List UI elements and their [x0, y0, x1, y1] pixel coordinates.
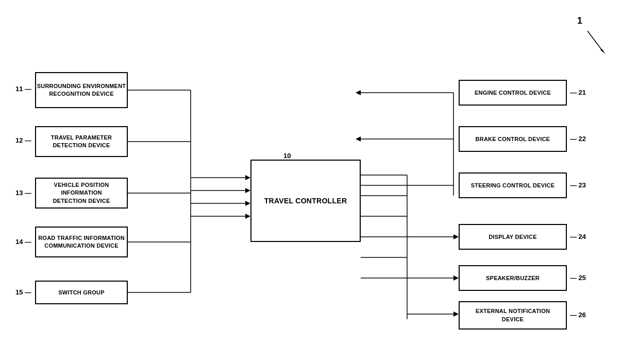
- block-13: VEHICLE POSITION INFORMATIONDETECTION DE…: [35, 178, 128, 209]
- label-23: — 23: [570, 181, 586, 189]
- svg-marker-7: [245, 175, 250, 180]
- svg-marker-9: [245, 188, 250, 193]
- label-25: — 25: [570, 274, 586, 282]
- svg-marker-28: [453, 234, 459, 239]
- label-24: — 24: [570, 233, 586, 240]
- svg-marker-17: [356, 136, 361, 142]
- diagram: 1 TRAVEL CONTROLLER 10 SURROUNDING ENVIR…: [0, 0, 639, 364]
- svg-marker-30: [453, 275, 459, 281]
- label-11: 11 —: [15, 85, 31, 93]
- block-22: BRAKE CONTROL DEVICE: [459, 126, 567, 152]
- svg-marker-35: [600, 49, 606, 54]
- label-14: 14 —: [15, 238, 31, 246]
- label-22: — 22: [570, 135, 586, 143]
- travel-controller-number: 10: [283, 152, 291, 160]
- block-14: ROAD TRAFFIC INFORMATIONCOMMUNICATION DE…: [35, 227, 128, 257]
- block-12: TRAVEL PARAMETERDETECTION DEVICE: [35, 126, 128, 157]
- svg-marker-15: [356, 90, 361, 95]
- svg-marker-32: [453, 311, 459, 317]
- block-21: ENGINE CONTROL DEVICE: [459, 80, 567, 106]
- block-15: SWITCH GROUP: [35, 281, 128, 304]
- block-24: DISPLAY DEVICE: [459, 224, 567, 250]
- diagram-number: 1: [577, 15, 582, 26]
- svg-marker-11: [245, 201, 250, 206]
- label-15: 15 —: [15, 288, 31, 296]
- travel-controller-block: TRAVEL CONTROLLER: [250, 160, 361, 242]
- block-25: SPEAKER/BUZZER: [459, 265, 567, 291]
- label-26: — 26: [570, 311, 586, 319]
- block-26: EXTERNAL NOTIFICATIONDEVICE: [459, 301, 567, 330]
- label-12: 12 —: [15, 136, 31, 144]
- block-23: STEERING CONTROL DEVICE: [459, 172, 567, 198]
- label-13: 13 —: [15, 189, 31, 197]
- block-11: SURROUNDING ENVIRONMENTRECOGNITION DEVIC…: [35, 72, 128, 108]
- svg-line-34: [587, 31, 603, 51]
- label-21: — 21: [570, 89, 586, 96]
- svg-marker-13: [245, 214, 250, 219]
